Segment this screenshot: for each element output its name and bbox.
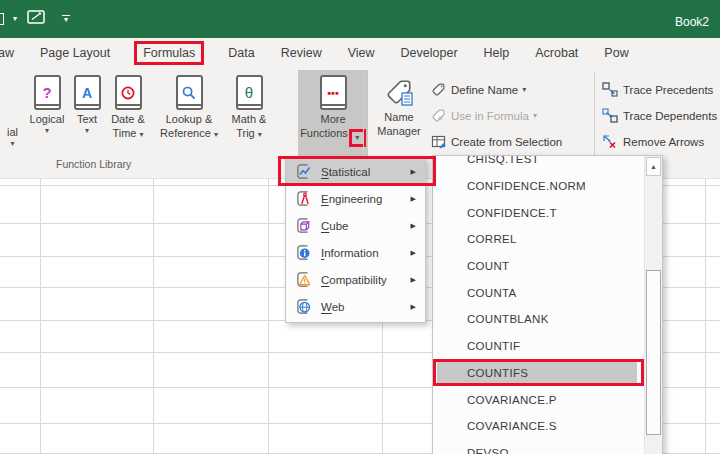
function-item-covariance-s[interactable]: COVARIANCE.S bbox=[437, 413, 637, 440]
function-item-count[interactable]: COUNT bbox=[437, 253, 637, 280]
defined-names-group: Define Name ▾ fx Use in Formula ▾ Create… bbox=[431, 77, 562, 155]
define-name-button[interactable]: Define Name ▾ bbox=[431, 77, 562, 102]
scrollbar-thumb[interactable] bbox=[646, 270, 661, 435]
more-functions-label-1: More bbox=[320, 113, 345, 127]
tab-draw-partial[interactable]: aw bbox=[0, 46, 27, 60]
tab-developer[interactable]: Developer bbox=[388, 46, 471, 60]
qat-partial-icon[interactable] bbox=[0, 12, 10, 26]
tab-view[interactable]: View bbox=[335, 46, 388, 60]
tab-help[interactable]: Help bbox=[471, 46, 523, 60]
clock-icon bbox=[115, 75, 142, 110]
gridline bbox=[153, 179, 154, 454]
scroll-up-icon: ▲ bbox=[650, 163, 657, 170]
name-manager-button[interactable]: Name Manager bbox=[371, 70, 427, 138]
tab-acrobat[interactable]: Acrobat bbox=[522, 46, 591, 60]
text-label: Text bbox=[77, 113, 97, 127]
menu-item-engineering[interactable]: Engineering ▶ bbox=[286, 185, 425, 212]
function-item-countif[interactable]: COUNTIF bbox=[437, 333, 637, 360]
trace-dependents-button[interactable]: Trace Dependents bbox=[602, 103, 717, 128]
menu-item-statistical[interactable]: Statistical ▶ bbox=[286, 158, 425, 185]
date-time-label-1: Date & bbox=[111, 113, 145, 127]
grid-selection-icon bbox=[431, 134, 446, 149]
lookup-label-1: Lookup & bbox=[166, 113, 212, 127]
customize-qat-icon[interactable]: ▾ bbox=[62, 15, 70, 23]
tab-page-layout[interactable]: Page Layout bbox=[27, 46, 123, 60]
chevron-down-icon[interactable]: ▾ bbox=[13, 14, 17, 23]
tab-review[interactable]: Review bbox=[268, 46, 335, 60]
remove-arrows-label: Remove Arrows bbox=[623, 136, 704, 148]
menu-item-cube[interactable]: Cube ▶ bbox=[286, 212, 425, 239]
menu-item-label: Compatibility bbox=[321, 274, 387, 286]
chevron-down-icon: ▾ bbox=[45, 127, 49, 135]
date-time-label-2: Time ▾ bbox=[112, 127, 143, 141]
name-manager-label-2: Manager bbox=[377, 125, 420, 139]
logical-label: Logical bbox=[30, 113, 65, 127]
chevron-down-icon: ▾ bbox=[522, 85, 526, 94]
text-icon: A bbox=[74, 75, 101, 110]
information-icon bbox=[295, 244, 312, 261]
function-item-chisq-test[interactable]: CHISQ.TEST bbox=[437, 155, 637, 173]
function-item-countblank[interactable]: COUNTBLANK bbox=[437, 306, 637, 333]
lookup-reference-button[interactable]: Lookup & Reference ▾ bbox=[151, 68, 227, 157]
chevron-down-icon: ▾ bbox=[140, 130, 144, 139]
text-button[interactable]: A Text ▾ bbox=[69, 68, 105, 157]
statistical-submenu: CHISQ.TEST CONFIDENCE.NORM CONFIDENCE.T … bbox=[432, 155, 663, 454]
logical-button[interactable]: ? Logical ▾ bbox=[25, 68, 69, 157]
menu-item-label: Statistical bbox=[321, 166, 370, 178]
tab-power-partial[interactable]: Pow bbox=[591, 46, 641, 60]
remove-arrows-icon bbox=[602, 134, 618, 149]
more-functions-label-2: Functions▾ bbox=[300, 127, 366, 147]
function-list: CHISQ.TEST CONFIDENCE.NORM CONFIDENCE.T … bbox=[433, 155, 644, 454]
quick-access-toolbar: ▾ ▾ bbox=[0, 9, 70, 28]
menu-item-web[interactable]: Web ▶ bbox=[286, 293, 425, 320]
trace-precedents-label: Trace Precedents bbox=[623, 84, 713, 96]
menu-item-label: Information bbox=[321, 247, 379, 259]
logical-icon: ? bbox=[34, 75, 61, 110]
chevron-down-icon: ▾ bbox=[258, 130, 262, 139]
more-functions-button[interactable]: ••• More Functions▾ bbox=[298, 70, 368, 157]
qat-email-pen-icon[interactable] bbox=[27, 9, 46, 28]
use-in-formula-button[interactable]: fx Use in Formula ▾ bbox=[431, 103, 562, 128]
function-item-confidence-t[interactable]: CONFIDENCE.T bbox=[437, 199, 637, 226]
name-tag-icon bbox=[383, 76, 415, 108]
submenu-arrow-icon: ▶ bbox=[411, 276, 416, 284]
function-item-devsq[interactable]: DEVSQ bbox=[437, 440, 637, 454]
create-from-selection-button[interactable]: Create from Selection bbox=[431, 129, 562, 154]
menu-item-compatibility[interactable]: Compatibility ▶ bbox=[286, 266, 425, 293]
function-item-correl[interactable]: CORREL bbox=[437, 226, 637, 253]
submenu-scrollbar[interactable]: ▲ bbox=[644, 156, 662, 454]
date-time-button[interactable]: Date & Time ▾ bbox=[105, 68, 151, 157]
menu-item-information[interactable]: Information ▶ bbox=[286, 239, 425, 266]
tab-formulas[interactable]: Formulas bbox=[134, 41, 204, 65]
lookup-label-2: Reference ▾ bbox=[160, 127, 218, 141]
title-bar: ▾ ▾ Book2 bbox=[0, 0, 720, 38]
chevron-down-icon: ▾ bbox=[533, 111, 537, 120]
theta-icon: θ bbox=[236, 75, 263, 110]
scroll-up-button[interactable]: ▲ bbox=[646, 157, 661, 176]
engineering-icon bbox=[295, 190, 312, 207]
submenu-arrow-icon: ▶ bbox=[411, 303, 416, 311]
function-item-covariance-p[interactable]: COVARIANCE.P bbox=[437, 386, 637, 413]
trace-precedents-button[interactable]: Trace Precedents bbox=[602, 77, 717, 102]
gridline bbox=[705, 179, 706, 454]
tab-data[interactable]: Data bbox=[215, 46, 267, 60]
math-trig-button[interactable]: θ Math & Trig ▾ bbox=[227, 68, 271, 157]
submenu-arrow-icon: ▶ bbox=[411, 168, 416, 176]
statistical-icon bbox=[295, 163, 312, 180]
function-item-counta[interactable]: COUNTA bbox=[437, 279, 637, 306]
function-item-confidence-norm[interactable]: CONFIDENCE.NORM bbox=[437, 173, 637, 200]
use-in-formula-label: Use in Formula bbox=[451, 110, 529, 122]
function-item-countifs[interactable]: COUNTIFS bbox=[437, 360, 637, 387]
compatibility-icon bbox=[295, 271, 312, 288]
chevron-down-icon: ▾ bbox=[355, 134, 359, 142]
formula-auditing-group: Trace Precedents Trace Dependents Remove… bbox=[602, 77, 717, 155]
define-name-label: Define Name bbox=[451, 84, 518, 96]
menu-item-label: Web bbox=[321, 301, 344, 313]
gridline bbox=[268, 179, 269, 454]
more-functions-menu: Statistical ▶ Engineering ▶ Cube ▶ Infor… bbox=[285, 157, 426, 323]
submenu-arrow-icon: ▶ bbox=[411, 249, 416, 257]
remove-arrows-button[interactable]: Remove Arrows bbox=[602, 129, 717, 154]
name-manager-label-1: Name bbox=[384, 111, 413, 125]
tag-fx-icon: fx bbox=[431, 108, 446, 123]
submenu-arrow-icon: ▶ bbox=[411, 195, 416, 203]
